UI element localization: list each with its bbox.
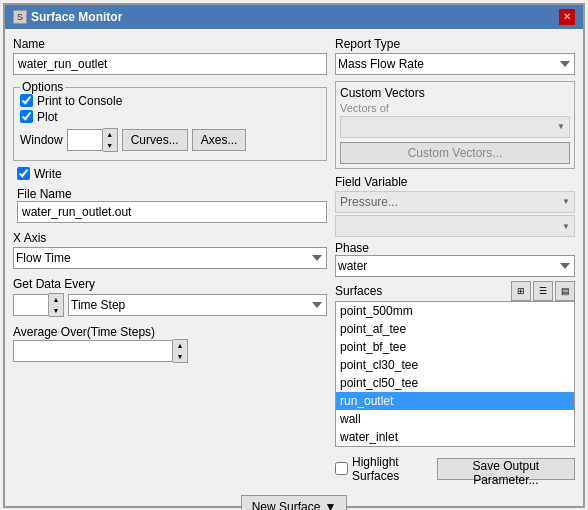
new-surface-arrow-icon: ▼	[324, 500, 336, 511]
new-surface-label: New Surface	[252, 500, 321, 511]
surfaces-label: Surfaces	[335, 284, 382, 298]
name-input[interactable]	[13, 53, 327, 75]
surface-item[interactable]: point_cl30_tee	[336, 356, 574, 374]
surfaces-grid-icon-btn[interactable]: ⊞	[511, 281, 531, 301]
save-output-button[interactable]: Save Output Parameter...	[437, 458, 575, 480]
get-data-up-btn[interactable]: ▲	[49, 294, 63, 305]
print-to-console-label: Print to Console	[37, 94, 122, 108]
surface-item[interactable]: point_af_tee	[336, 320, 574, 338]
highlight-surfaces-label: Highlight Surfaces	[352, 455, 437, 483]
curves-button[interactable]: Curves...	[122, 129, 188, 151]
surface-item[interactable]: point_bf_tee	[336, 338, 574, 356]
file-name-input[interactable]	[17, 201, 327, 223]
surfaces-list: point_500mmpoint_af_teepoint_bf_teepoint…	[335, 301, 575, 447]
surface-item[interactable]: water_inlet	[336, 428, 574, 446]
options-label: Options	[20, 80, 65, 94]
dialog-icon: S	[13, 10, 27, 24]
average-over-input[interactable]: 1	[13, 340, 173, 362]
average-over-label: Average Over(Time Steps)	[13, 325, 327, 339]
field-var2-arrow-icon: ▼	[562, 221, 570, 230]
phase-select[interactable]: water	[335, 255, 575, 277]
report-type-label: Report Type	[335, 37, 575, 51]
dialog-title: Surface Monitor	[31, 10, 122, 24]
x-axis-label: X Axis	[13, 231, 327, 245]
get-data-down-btn[interactable]: ▼	[49, 305, 63, 316]
get-data-label: Get Data Every	[13, 277, 327, 291]
vectors-of-label: Vectors of	[340, 102, 570, 114]
surface-monitor-dialog: S Surface Monitor ✕ Name Report Type Mas…	[3, 3, 585, 508]
surfaces-list-icon-btn[interactable]: ☰	[533, 281, 553, 301]
window-input[interactable]: 3	[67, 129, 103, 151]
surface-item[interactable]: run_outlet	[336, 392, 574, 410]
phase-label: Phase	[335, 241, 575, 255]
x-axis-select[interactable]: Flow Time	[13, 247, 327, 269]
new-surface-button[interactable]: New Surface ▼	[241, 495, 348, 511]
window-label: Window	[20, 133, 63, 147]
field-var-arrow-icon: ▼	[562, 197, 570, 206]
name-label: Name	[13, 37, 327, 51]
window-up-btn[interactable]: ▲	[103, 129, 117, 140]
surfaces-filter-icon-btn[interactable]: ▤	[555, 281, 575, 301]
surface-item[interactable]: wall	[336, 410, 574, 428]
close-button[interactable]: ✕	[559, 9, 575, 25]
window-down-btn[interactable]: ▼	[103, 140, 117, 151]
avg-up-btn[interactable]: ▲	[173, 340, 187, 351]
get-data-input[interactable]: 1	[13, 294, 49, 316]
vectors-arrow-icon: ▼	[557, 122, 565, 131]
custom-vectors-button[interactable]: Custom Vectors...	[340, 142, 570, 164]
time-step-select[interactable]: Time Step	[68, 294, 327, 316]
write-checkbox[interactable]	[17, 167, 30, 180]
title-bar: S Surface Monitor ✕	[5, 5, 583, 29]
surface-item[interactable]: point_cl50_tee	[336, 374, 574, 392]
report-type-select[interactable]: Mass Flow Rate	[335, 53, 575, 75]
avg-down-btn[interactable]: ▼	[173, 351, 187, 362]
write-label: Write	[34, 167, 62, 181]
field-variable-label: Field Variable	[335, 175, 575, 189]
print-to-console-checkbox[interactable]	[20, 94, 33, 107]
axes-button[interactable]: Axes...	[192, 129, 247, 151]
file-name-label: File Name	[17, 187, 327, 201]
highlight-surfaces-checkbox[interactable]	[335, 462, 348, 475]
plot-label: Plot	[37, 110, 58, 124]
field-variable-value: Pressure...	[340, 195, 398, 209]
plot-checkbox[interactable]	[20, 110, 33, 123]
surface-item[interactable]: point_500mm	[336, 302, 574, 320]
custom-vectors-label: Custom Vectors	[340, 86, 570, 100]
options-group: Options Print to Console Plot Window 3	[13, 87, 327, 161]
